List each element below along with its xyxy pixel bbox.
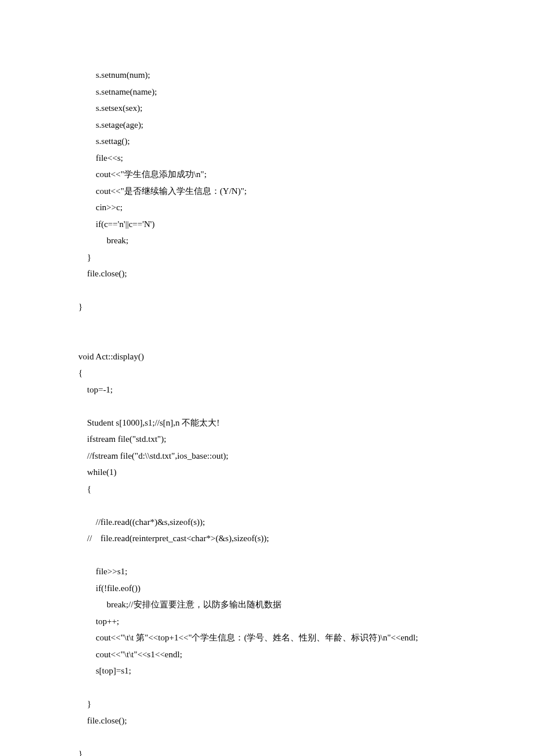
code-line: [78, 547, 482, 564]
code-line: file.close();: [78, 265, 482, 282]
code-line: [78, 729, 482, 746]
code-line: // file.read(reinterpret_cast<char*>(&s)…: [78, 530, 482, 547]
code-line: }: [78, 696, 482, 712]
code-line: }: [78, 249, 482, 266]
code-page: s.setnum(num); s.setname(name); s.setsex…: [0, 0, 534, 756]
code-line: [78, 679, 482, 696]
code-line: s.settag();: [78, 133, 482, 150]
code-line: //fstream file("d:\\std.txt",ios_base::o…: [78, 448, 482, 465]
code-line: ifstream file("std.txt");: [78, 431, 482, 448]
code-line: cout<<"学生信息添加成功\n";: [78, 166, 482, 183]
code-line: [78, 497, 482, 514]
code-line: }: [78, 746, 482, 757]
code-line: break;//安排位置要注意，以防多输出随机数据: [78, 596, 482, 613]
code-line: [78, 282, 482, 299]
code-line: {: [78, 365, 482, 381]
code-line: [78, 398, 482, 415]
code-line: [78, 332, 482, 348]
code-line: file<<s;: [78, 150, 482, 167]
code-line: void Act::display(): [78, 348, 482, 365]
code-line: top++;: [78, 613, 482, 630]
code-line: {: [78, 481, 482, 498]
code-line: s[top]=s1;: [78, 663, 482, 679]
code-line: if(!file.eof()): [78, 580, 482, 597]
code-line: //file.read((char*)&s,sizeof(s));: [78, 514, 482, 531]
code-line: [78, 315, 482, 332]
code-line: s.setsex(sex);: [78, 100, 482, 117]
code-line: }: [78, 298, 482, 315]
code-block: s.setnum(num); s.setname(name); s.setsex…: [78, 67, 482, 756]
code-line: cout<<"\t\t"<<s1<<endl;: [78, 646, 482, 663]
code-line: Student s[1000],s1;//s[n],n 不能太大!: [78, 415, 482, 431]
code-line: cout<<"\t\t 第"<<top+1<<"个学生信息：(学号、姓名、性别、…: [78, 629, 482, 646]
code-line: break;: [78, 232, 482, 249]
code-line: file>>s1;: [78, 563, 482, 580]
code-line: file.close();: [78, 712, 482, 729]
code-line: cout<<"是否继续输入学生信息：(Y/N)";: [78, 183, 482, 200]
code-line: if(c=='n'||c=='N'): [78, 216, 482, 233]
code-line: s.setnum(num);: [78, 67, 482, 84]
code-line: cin>>c;: [78, 199, 482, 216]
code-line: while(1): [78, 464, 482, 481]
code-line: top=-1;: [78, 381, 482, 398]
code-line: s.setname(name);: [78, 84, 482, 100]
code-line: s.setage(age);: [78, 117, 482, 134]
